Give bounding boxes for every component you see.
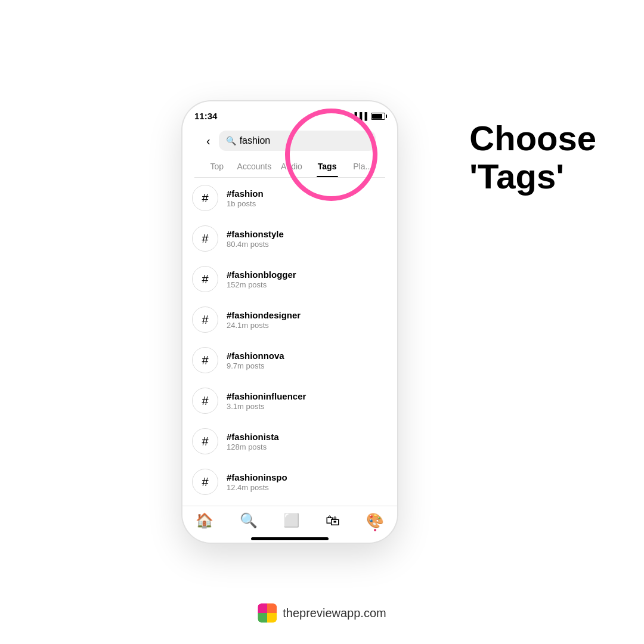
instruction-line1: Choose: [469, 119, 596, 157]
back-button[interactable]: ‹: [204, 132, 213, 150]
nav-profile[interactable]: 🎨: [366, 512, 384, 529]
tab-top[interactable]: Top: [199, 156, 235, 177]
tab-accounts[interactable]: Accounts: [235, 156, 274, 177]
tag-info-fashiondesigner: #fashiondesigner 24.1m posts: [227, 310, 301, 330]
hash-icon-fashioninfluencer: #: [192, 388, 218, 414]
tag-posts-fashiondesigner: 24.1m posts: [227, 321, 301, 330]
status-icons: ▐▐▐: [352, 112, 385, 120]
profile-icon: 🎨: [366, 512, 384, 529]
tab-places[interactable]: Pla...: [345, 156, 380, 177]
nav-home[interactable]: 🏠: [196, 512, 213, 529]
hash-icon-fashionnova: #: [192, 347, 218, 373]
home-icon: 🏠: [196, 512, 213, 529]
tag-info-fashionblogger: #fashionblogger 152m posts: [227, 270, 296, 289]
instruction-line2: 'Tags': [469, 157, 596, 196]
tag-item-fashiondesigner[interactable]: # #fashiondesigner 24.1m posts: [182, 299, 397, 340]
tag-name-fashionista: #fashionista: [227, 432, 279, 442]
tabs-bar: Top Accounts Audio Tags Pla...: [194, 156, 385, 178]
tag-posts-fashionnova: 9.7m posts: [227, 361, 284, 370]
nav-search[interactable]: 🔍: [240, 512, 258, 529]
phone: 11:34 ▐▐▐ ‹ 🔍 fashion: [182, 101, 397, 543]
tag-name-fashionblogger: #fashionblogger: [227, 270, 296, 280]
footer: thepreviewapp.com: [258, 603, 386, 623]
hash-icon-fashioninspo: #: [192, 469, 218, 495]
tag-info-fashioninfluencer: #fashioninfluencer 3.1m posts: [227, 391, 306, 411]
nav-shop[interactable]: 🛍: [326, 512, 340, 529]
tag-info-fashion: #fashion 1b posts: [227, 188, 264, 208]
bottom-nav: 🏠 🔍 ⬜ 🛍 🎨: [182, 506, 397, 532]
tag-name-fashiondesigner: #fashiondesigner: [227, 310, 301, 320]
tags-list: # #fashion 1b posts # #fashionstyle 80.4…: [182, 178, 397, 506]
tag-item-fashion[interactable]: # #fashion 1b posts: [182, 178, 397, 218]
tag-item-fashioninfluencer[interactable]: # #fashioninfluencer 3.1m posts: [182, 380, 397, 421]
tag-posts-fashionblogger: 152m posts: [227, 280, 296, 289]
tag-posts-fashioninspo: 12.4m posts: [227, 483, 287, 492]
signal-icon: ▐▐▐: [352, 112, 367, 120]
tag-item-fashionblogger[interactable]: # #fashionblogger 152m posts: [182, 259, 397, 299]
footer-logo: [258, 603, 277, 623]
tag-info-fashionnova: #fashionnova 9.7m posts: [227, 351, 284, 370]
hash-icon-fashionstyle: #: [192, 225, 218, 252]
tag-item-fashioninspo[interactable]: # #fashioninspo 12.4m posts: [182, 462, 397, 502]
hash-icon-fashionista: #: [192, 428, 218, 454]
search-query: fashion: [240, 135, 271, 146]
notch-area: 11:34 ▐▐▐ ‹ 🔍 fashion: [182, 101, 397, 178]
tab-tags[interactable]: Tags: [309, 156, 345, 177]
search-bar[interactable]: 🔍 fashion: [219, 131, 376, 151]
instruction-text: Choose 'Tags': [469, 119, 596, 196]
home-bar: [182, 532, 397, 543]
tab-audio[interactable]: Audio: [274, 156, 309, 177]
tag-posts-fashionstyle: 80.4m posts: [227, 240, 284, 249]
battery-icon: [371, 113, 385, 120]
footer-logo-graphic: [258, 603, 277, 623]
tag-posts-fashionista: 128m posts: [227, 442, 279, 451]
search-area: ‹ 🔍 fashion: [194, 126, 385, 156]
tag-info-fashioninspo: #fashioninspo 12.4m posts: [227, 472, 287, 492]
tag-name-fashionnova: #fashionnova: [227, 351, 284, 361]
home-indicator: [251, 537, 329, 540]
tag-name-fashion: #fashion: [227, 188, 264, 199]
nav-reels[interactable]: ⬜: [283, 513, 299, 528]
tag-name-fashioninspo: #fashioninspo: [227, 472, 287, 482]
hash-icon-fashionblogger: #: [192, 266, 218, 292]
tag-name-fashioninfluencer: #fashioninfluencer: [227, 391, 306, 401]
profile-active-dot: [374, 529, 376, 531]
phone-wrapper: 11:34 ▐▐▐ ‹ 🔍 fashion: [182, 101, 397, 543]
tag-item-fashionstyle[interactable]: # #fashionstyle 80.4m posts: [182, 218, 397, 259]
search-nav-icon: 🔍: [240, 512, 258, 529]
tag-posts-fashion: 1b posts: [227, 199, 264, 208]
tag-info-fashionista: #fashionista 128m posts: [227, 432, 279, 451]
reels-icon: ⬜: [283, 513, 299, 528]
footer-url: thepreviewapp.com: [283, 606, 386, 620]
tag-item-fashionista[interactable]: # #fashionista 128m posts: [182, 421, 397, 462]
shop-icon: 🛍: [326, 512, 340, 529]
tag-posts-fashioninfluencer: 3.1m posts: [227, 402, 306, 411]
tag-item-fashionnova[interactable]: # #fashionnova 9.7m posts: [182, 340, 397, 380]
hash-icon-fashiondesigner: #: [192, 306, 218, 333]
hash-icon-fashion: #: [192, 185, 218, 211]
scene: 11:34 ▐▐▐ ‹ 🔍 fashion: [0, 0, 644, 644]
tag-info-fashionstyle: #fashionstyle 80.4m posts: [227, 229, 284, 249]
search-icon: 🔍: [226, 136, 236, 145]
status-time: 11:34: [194, 111, 217, 121]
tag-name-fashionstyle: #fashionstyle: [227, 229, 284, 239]
status-bar: 11:34 ▐▐▐: [194, 109, 385, 126]
